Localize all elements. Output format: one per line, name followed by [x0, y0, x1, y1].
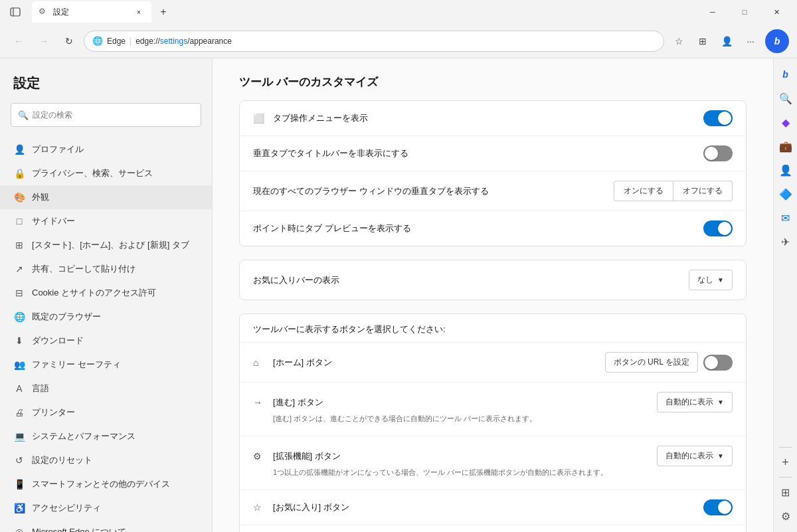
card-row-forward-btn: → [進む] ボタン 自動的に表示 ▼ [進む] ボタンは、進むことができる場合… — [240, 383, 746, 436]
nav-items-container: 👤プロファイル🔒プライバシー、検索、サービス🎨外観□サイドバー⊞[スタート]、[… — [0, 137, 212, 532]
btn-turn-on[interactable]: オンにする — [614, 181, 673, 201]
toggle-tab-preview[interactable] — [703, 221, 733, 236]
bing-sidebar-icon[interactable]: b — [775, 64, 796, 85]
settings-sidebar-icon[interactable]: ⚙ — [775, 505, 796, 527]
row-control-favorites-bar[interactable]: なし ▼ — [689, 270, 733, 290]
forward-icon: → — [253, 397, 266, 408]
sidebar-item-mobile[interactable]: 📱スマートフォンとその他のデバイス — [0, 472, 212, 496]
card-row-tab-preview: ポイント時にタブ プレビューを表示する — [240, 211, 746, 246]
close-tab-button[interactable]: × — [133, 6, 145, 18]
sidebar-item-download[interactable]: ⬇ダウンロード — [0, 329, 212, 353]
sidebar-toggle-icon[interactable] — [5, 2, 25, 22]
add-sidebar-icon[interactable]: + — [775, 452, 796, 473]
sidebar-item-sidebar[interactable]: □サイドバー — [0, 209, 212, 233]
card-row-fav-btn: ☆ [お気に入り] ボタン — [240, 490, 746, 525]
select-forward[interactable]: 自動的に表示 ▼ — [657, 392, 733, 412]
sidebar-item-about[interactable]: ◎Microsoft Edge について — [0, 520, 212, 532]
profile-sidebar-icon[interactable]: 👤 — [775, 159, 796, 181]
minimize-button[interactable]: ─ — [697, 1, 728, 23]
sidebar-item-default[interactable]: 🌐既定のブラウザー — [0, 305, 212, 329]
refresh-button[interactable]: ↻ — [58, 31, 80, 52]
sidebar-item-system[interactable]: 💻システムとパフォーマンス — [0, 424, 212, 448]
settings-layout: 設定 🔍 👤プロファイル🔒プライバシー、検索、サービス🎨外観□サイドバー⊞[スタ… — [0, 58, 773, 532]
sidebar-item-privacy[interactable]: 🔒プライバシー、検索、サービス — [0, 161, 212, 185]
toggle-thumb-fav — [718, 501, 731, 514]
tab-menu-icon: ⬜ — [253, 113, 266, 124]
new-tab-button[interactable]: + — [154, 3, 173, 21]
sidebar-item-family[interactable]: 👥ファミリー セーフティ — [0, 353, 212, 377]
collections-icon[interactable]: ⊞ — [692, 31, 713, 52]
select-ext[interactable]: 自動的に表示 ▼ — [657, 446, 733, 466]
close-button[interactable]: ✕ — [761, 1, 792, 23]
shopping-icon[interactable]: 💼 — [775, 135, 796, 157]
row-control-forward[interactable]: 自動的に表示 ▼ — [657, 392, 733, 412]
sidebar-item-profile[interactable]: 👤プロファイル — [0, 137, 212, 161]
back-button[interactable]: ← — [8, 31, 29, 52]
nav-label-appearance: 外観 — [32, 191, 49, 203]
tiktok-icon[interactable]: ✈ — [775, 231, 796, 252]
search-box[interactable]: 🔍 — [11, 103, 201, 127]
edge-sidebar-icon[interactable]: 🔷 — [775, 183, 796, 205]
row-text-fav: [お気に入り] ボタン — [273, 501, 349, 513]
toggle-fav[interactable] — [703, 499, 733, 515]
active-tab[interactable]: ⚙ 設定 × — [32, 1, 151, 23]
sidebar-item-language[interactable]: A言語 — [0, 377, 212, 400]
more-button[interactable]: ··· — [740, 31, 761, 52]
row-control-tab-preview[interactable] — [703, 221, 733, 236]
toggle-home[interactable] — [703, 355, 733, 371]
svg-rect-0 — [11, 8, 20, 16]
search-input[interactable] — [33, 110, 194, 120]
btn-turn-off[interactable]: オフにする — [673, 181, 733, 201]
fav-icon: ☆ — [253, 502, 266, 513]
row-text-vertical-title: 垂直タブでタイトルバーを非表示にする — [253, 147, 408, 159]
row-control-tab-menu[interactable] — [703, 110, 733, 126]
nav-icon-cookies: ⊟ — [13, 287, 25, 299]
sidebar-item-reset[interactable]: ↺設定のリセット — [0, 448, 212, 472]
nav-icon-profile: 👤 — [13, 143, 25, 155]
outlook-icon[interactable]: ✉ — [775, 207, 796, 228]
sidebar-item-printer[interactable]: 🖨プリンター — [0, 400, 212, 424]
search-sidebar-icon[interactable]: 🔍 — [775, 88, 796, 109]
nav-label-profile: プロファイル — [32, 143, 84, 155]
maximize-button[interactable]: □ — [729, 1, 760, 23]
copilot-icon[interactable]: ◆ — [775, 112, 796, 133]
address-field[interactable]: 🌐 Edge | edge://settings/appearance — [84, 31, 664, 52]
favorites-icon[interactable]: ☆ — [668, 31, 689, 52]
content-area: ツール バーのカスタマイズ ⬜ タブ操作メニューを表示 — [213, 58, 773, 532]
url-set-button[interactable]: ボタンの URL を設定 — [605, 352, 698, 373]
forward-button[interactable]: → — [33, 31, 54, 52]
sidebar-item-cookies[interactable]: ⊟Cookie とサイトのアクセス許可 — [0, 281, 212, 305]
sidebar-item-start[interactable]: ⊞[スタート]、[ホーム]、および [新規] タブ — [0, 233, 212, 257]
browser-window: ⚙ 設定 × + ─ □ ✕ ← → ↻ 🌐 Edge | edge://set… — [0, 0, 797, 532]
nav-icon-about: ◎ — [13, 526, 25, 532]
bing-button[interactable]: b — [765, 29, 789, 53]
window-controls: ─ □ ✕ — [697, 1, 792, 23]
row-control-ext[interactable]: 自動的に表示 ▼ — [657, 446, 733, 466]
card-row-favorites-bar: お気に入りバーの表示 なし ▼ — [240, 260, 746, 300]
toolbar-section-label: ツールバーに表示するボタンを選択してください: — [240, 314, 746, 343]
row-label-forward: → [進む] ボタン — [253, 397, 657, 408]
toggle-thumb-3 — [718, 222, 731, 235]
toggle-tab-menu[interactable] — [703, 110, 733, 126]
sidebar-item-accessibility[interactable]: ♿アクセシビリティ — [0, 496, 212, 520]
nav-label-cookies: Cookie とサイトのアクセス許可 — [32, 287, 156, 299]
row-control-fav[interactable] — [703, 499, 733, 515]
select-favorites-bar[interactable]: なし ▼ — [689, 270, 733, 290]
profile-icon[interactable]: 👤 — [716, 31, 737, 52]
chevron-down-icon: ▼ — [717, 276, 724, 284]
row-text-tab-preview: ポイント時にタブ プレビューを表示する — [253, 222, 411, 234]
nav-icon-default: 🌐 — [13, 311, 25, 323]
card-row-show-vertical: 現在のすべてのブラウザー ウィンドウの垂直タブを表示する オンにする オフにする — [240, 171, 746, 211]
sidebar-item-appearance[interactable]: 🎨外観 — [0, 185, 212, 209]
row-control-vertical-title[interactable] — [703, 145, 733, 161]
nav-label-sidebar: サイドバー — [32, 215, 75, 227]
nav-icon-privacy: 🔒 — [13, 167, 25, 179]
sidebar-item-share[interactable]: ↗共有、コピーして貼り付け — [0, 257, 212, 281]
nav-label-accessibility: アクセシビリティ — [32, 502, 101, 514]
toggle-vertical-title[interactable] — [703, 145, 733, 161]
card-toolbar-buttons: ツールバーに表示するボタンを選択してください: ⌂ [ホーム] ボタン ボタンの… — [239, 313, 747, 532]
toggle-thumb-home — [705, 356, 718, 369]
toggle-thumb-2 — [705, 147, 718, 160]
nav-label-download: ダウンロード — [32, 335, 84, 347]
grid-sidebar-icon[interactable]: ⊞ — [775, 482, 796, 503]
